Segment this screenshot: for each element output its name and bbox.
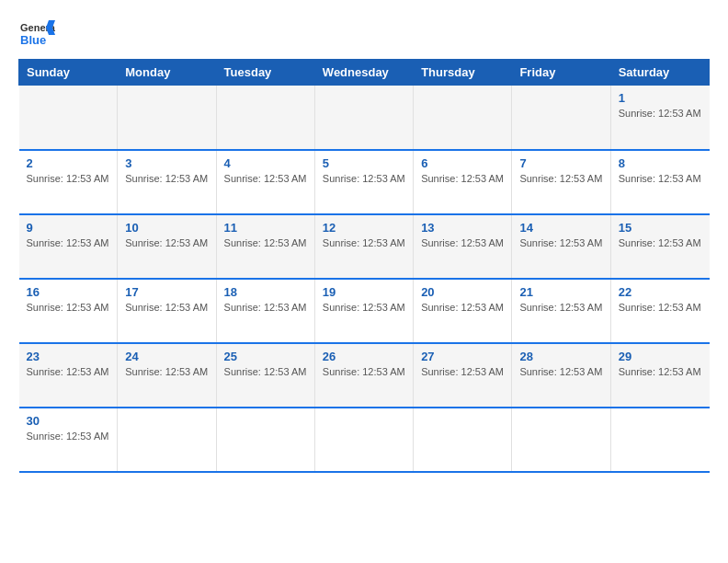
calendar-cell: 15Sunrise: 12:53 AM xyxy=(610,214,709,279)
day-number: 22 xyxy=(619,285,702,299)
day-header-monday: Monday xyxy=(118,60,216,86)
calendar-cell: 17Sunrise: 12:53 AM xyxy=(118,279,216,343)
logo-svg: General Blue xyxy=(18,18,55,52)
day-number: 10 xyxy=(125,221,208,235)
page-header: General Blue xyxy=(18,18,710,52)
sunrise-time: Sunrise: 12:53 AM xyxy=(27,431,109,442)
calendar-cell: 12Sunrise: 12:53 AM xyxy=(314,214,413,279)
calendar-cell: 25Sunrise: 12:53 AM xyxy=(216,343,314,408)
calendar-cell xyxy=(512,408,610,472)
calendar-cell xyxy=(414,86,512,150)
calendar-cell: 16Sunrise: 12:53 AM xyxy=(19,279,118,343)
day-header-tuesday: Tuesday xyxy=(216,60,314,86)
calendar-cell xyxy=(610,408,709,472)
sunrise-time: Sunrise: 12:53 AM xyxy=(125,366,208,377)
day-number: 7 xyxy=(519,156,602,170)
calendar-week-row: 30Sunrise: 12:53 AM xyxy=(19,408,710,472)
day-number: 28 xyxy=(519,350,602,363)
day-header-sunday: Sunday xyxy=(19,60,118,86)
sunrise-time: Sunrise: 12:53 AM xyxy=(619,302,701,313)
sunrise-time: Sunrise: 12:53 AM xyxy=(224,173,307,184)
sunrise-time: Sunrise: 12:53 AM xyxy=(224,302,307,313)
sunrise-time: Sunrise: 12:53 AM xyxy=(224,366,307,377)
calendar-cell xyxy=(118,86,216,150)
day-number: 1 xyxy=(619,91,702,105)
day-number: 12 xyxy=(323,221,405,235)
day-header-saturday: Saturday xyxy=(610,60,709,86)
day-number: 24 xyxy=(125,350,208,363)
day-number: 20 xyxy=(421,285,504,299)
calendar-table: SundayMondayTuesdayWednesdayThursdayFrid… xyxy=(18,59,710,473)
day-number: 26 xyxy=(323,350,405,363)
calendar-cell: 29Sunrise: 12:53 AM xyxy=(610,343,709,408)
sunrise-time: Sunrise: 12:53 AM xyxy=(125,173,208,184)
calendar-cell: 19Sunrise: 12:53 AM xyxy=(314,279,413,343)
day-number: 6 xyxy=(421,156,504,170)
day-number: 2 xyxy=(27,156,110,170)
calendar-cell: 26Sunrise: 12:53 AM xyxy=(314,343,413,408)
calendar-week-row: 16Sunrise: 12:53 AM17Sunrise: 12:53 AM18… xyxy=(19,279,710,343)
sunrise-time: Sunrise: 12:53 AM xyxy=(27,173,109,184)
calendar-cell: 6Sunrise: 12:53 AM xyxy=(414,150,512,214)
day-number: 29 xyxy=(619,350,702,363)
calendar-cell: 22Sunrise: 12:53 AM xyxy=(610,279,709,343)
sunrise-time: Sunrise: 12:53 AM xyxy=(323,237,405,248)
calendar-cell: 11Sunrise: 12:53 AM xyxy=(216,214,314,279)
day-number: 4 xyxy=(224,156,307,170)
day-number: 21 xyxy=(519,285,602,299)
sunrise-time: Sunrise: 12:53 AM xyxy=(224,237,307,248)
calendar-cell xyxy=(118,408,216,472)
day-number: 25 xyxy=(224,350,307,363)
day-number: 23 xyxy=(27,350,110,363)
calendar-cell xyxy=(512,86,610,150)
calendar-cell: 30Sunrise: 12:53 AM xyxy=(19,408,118,472)
day-header-thursday: Thursday xyxy=(414,60,512,86)
day-number: 3 xyxy=(125,156,208,170)
svg-text:Blue: Blue xyxy=(20,33,46,47)
day-number: 11 xyxy=(224,221,307,235)
calendar-cell: 28Sunrise: 12:53 AM xyxy=(512,343,610,408)
calendar-cell xyxy=(216,408,314,472)
day-number: 18 xyxy=(224,285,307,299)
sunrise-time: Sunrise: 12:53 AM xyxy=(421,173,504,184)
calendar-cell: 10Sunrise: 12:53 AM xyxy=(118,214,216,279)
sunrise-time: Sunrise: 12:53 AM xyxy=(519,173,602,184)
day-number: 19 xyxy=(323,285,405,299)
sunrise-time: Sunrise: 12:53 AM xyxy=(323,366,405,377)
sunrise-time: Sunrise: 12:53 AM xyxy=(421,366,504,377)
sunrise-time: Sunrise: 12:53 AM xyxy=(619,108,701,119)
day-number: 17 xyxy=(125,285,208,299)
calendar-cell: 3Sunrise: 12:53 AM xyxy=(118,150,216,214)
day-number: 27 xyxy=(421,350,504,363)
logo: General Blue xyxy=(18,18,55,52)
calendar-cell xyxy=(314,86,413,150)
calendar-cell: 8Sunrise: 12:53 AM xyxy=(610,150,709,214)
sunrise-time: Sunrise: 12:53 AM xyxy=(519,366,602,377)
day-header-friday: Friday xyxy=(512,60,610,86)
day-number: 30 xyxy=(27,414,110,428)
calendar-cell: 20Sunrise: 12:53 AM xyxy=(414,279,512,343)
sunrise-time: Sunrise: 12:53 AM xyxy=(519,237,602,248)
calendar-cell: 24Sunrise: 12:53 AM xyxy=(118,343,216,408)
day-number: 5 xyxy=(323,156,405,170)
day-number: 13 xyxy=(421,221,504,235)
day-number: 9 xyxy=(27,221,110,235)
calendar-week-row: 9Sunrise: 12:53 AM10Sunrise: 12:53 AM11S… xyxy=(19,214,710,279)
calendar-cell: 9Sunrise: 12:53 AM xyxy=(19,214,118,279)
calendar-cell: 7Sunrise: 12:53 AM xyxy=(512,150,610,214)
sunrise-time: Sunrise: 12:53 AM xyxy=(125,302,208,313)
calendar-header-row: SundayMondayTuesdayWednesdayThursdayFrid… xyxy=(19,60,710,86)
calendar-cell: 4Sunrise: 12:53 AM xyxy=(216,150,314,214)
sunrise-time: Sunrise: 12:53 AM xyxy=(125,237,208,248)
calendar-cell: 1Sunrise: 12:53 AM xyxy=(610,86,709,150)
calendar-cell xyxy=(314,408,413,472)
sunrise-time: Sunrise: 12:53 AM xyxy=(519,302,602,313)
sunrise-time: Sunrise: 12:53 AM xyxy=(619,173,701,184)
sunrise-time: Sunrise: 12:53 AM xyxy=(619,237,701,248)
calendar-cell xyxy=(216,86,314,150)
calendar-week-row: 2Sunrise: 12:53 AM3Sunrise: 12:53 AM4Sun… xyxy=(19,150,710,214)
calendar-cell: 13Sunrise: 12:53 AM xyxy=(414,214,512,279)
calendar-cell xyxy=(414,408,512,472)
sunrise-time: Sunrise: 12:53 AM xyxy=(27,302,109,313)
sunrise-time: Sunrise: 12:53 AM xyxy=(323,302,405,313)
